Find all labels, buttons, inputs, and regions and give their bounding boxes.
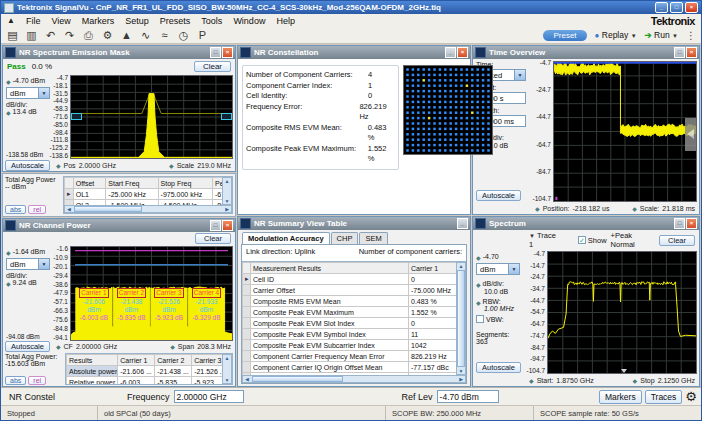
undo-icon[interactable]: ↶ bbox=[44, 29, 57, 41]
sem-ref-level[interactable]: -4.70 dBm bbox=[13, 77, 45, 84]
panel-restore-icon[interactable]: □ bbox=[210, 220, 221, 231]
sem-autoscale-button[interactable]: Autoscale bbox=[5, 160, 50, 171]
ref-lev-field[interactable]: -4.70 dBm bbox=[437, 390, 499, 403]
chp-clear-button[interactable]: Clear bbox=[195, 233, 231, 244]
table-row[interactable]: Composite RMS EVM Mean0.483 %0.546 % bbox=[243, 296, 457, 307]
menu-item-file[interactable]: File bbox=[26, 16, 41, 26]
sem-panel-titlebar[interactable]: NR Spectrum Emission Mask □× bbox=[3, 46, 235, 59]
summary-table-vscrollbar[interactable]: ▲▼ bbox=[456, 262, 466, 375]
print-icon[interactable]: ⎙ bbox=[82, 29, 95, 41]
panel-close-icon[interactable]: × bbox=[222, 47, 233, 58]
spectrum-autoscale-button[interactable]: Autoscale bbox=[476, 362, 521, 373]
trace-selector[interactable]: ▼ Trace 1 bbox=[529, 231, 560, 249]
column-header[interactable]: Carrier 3 bbox=[192, 355, 222, 366]
constellation-panel-titlebar[interactable]: NR Constellation _× bbox=[238, 46, 470, 59]
rbw-value[interactable]: 1.00 MHz bbox=[476, 305, 522, 312]
chp-dbdiv-value[interactable]: 9.24 dB bbox=[13, 279, 37, 286]
column-header[interactable]: Start Freq bbox=[106, 178, 158, 189]
summary-table-hscrollbar[interactable]: ◀▶ bbox=[242, 375, 466, 383]
spectrum-unit-dropdown[interactable]: dBm▼ bbox=[476, 263, 520, 275]
chp-panel-titlebar[interactable]: NR Channel Power □× bbox=[3, 219, 235, 232]
detector-label[interactable]: +Peak Normal bbox=[611, 231, 655, 249]
spectrum-panel-titlebar[interactable]: Spectrum □× bbox=[473, 217, 699, 230]
tab-modulation-accuracy[interactable]: Modulation Accuracy bbox=[242, 232, 330, 244]
run-button[interactable]: ➔ Run ▼ bbox=[645, 30, 678, 40]
panel-close-icon[interactable]: × bbox=[457, 47, 468, 58]
menu-item-view[interactable]: View bbox=[51, 16, 70, 26]
sem-scale-value[interactable]: 219.0 MHz bbox=[197, 162, 231, 169]
column-header[interactable]: Carrier 1 bbox=[118, 355, 155, 366]
menu-item-markers[interactable]: Markers bbox=[82, 16, 115, 26]
column-header[interactable]: Offset bbox=[73, 178, 106, 189]
tab-chp[interactable]: CHP bbox=[331, 232, 359, 244]
table-row[interactable]: Absolute power-21.606 ...-21.438 ...-21.… bbox=[67, 366, 223, 377]
sem-dbdiv-value[interactable]: 13.4 dB bbox=[13, 108, 37, 115]
table-row[interactable]: Component Carrier Frequency Mean Error82… bbox=[243, 351, 457, 362]
sem-unit-dropdown[interactable]: dBm▼ bbox=[6, 87, 50, 99]
menu-item-presets[interactable]: Presets bbox=[160, 16, 191, 26]
chp-abs-button[interactable]: abs bbox=[5, 376, 26, 385]
menu-item-setup[interactable]: Setup bbox=[125, 16, 149, 26]
save-icon[interactable]: ▥ bbox=[25, 29, 38, 41]
panel-close-icon[interactable]: × bbox=[686, 218, 697, 229]
menu-item-window[interactable]: Window bbox=[233, 16, 265, 26]
show-checkbox[interactable]: ✓Show bbox=[578, 236, 607, 245]
waveform-marker-icon[interactable]: ≈ bbox=[158, 29, 171, 41]
preset-p-icon[interactable]: P bbox=[196, 29, 209, 41]
agg-table-hscrollbar[interactable]: ◀▶ bbox=[64, 205, 232, 213]
overflow-menu-icon[interactable]: ⋮ bbox=[686, 30, 696, 41]
panel-minimize-icon[interactable]: _ bbox=[457, 218, 468, 229]
summary-panel-titlebar[interactable]: NR Summary View Table _ bbox=[238, 217, 470, 230]
column-header[interactable]: Stop Freq bbox=[158, 178, 212, 189]
table-row[interactable]: Relative power-6.003 ...-5.835 ...-5.923… bbox=[67, 377, 223, 385]
chp-table-vscrollbar[interactable]: ▲▼ bbox=[222, 354, 232, 384]
column-header[interactable]: Carrier 1 bbox=[409, 263, 457, 274]
sem-clear-button[interactable]: Clear bbox=[194, 61, 231, 72]
traces-button[interactable]: Traces bbox=[645, 390, 683, 404]
open-file-icon[interactable]: ▤ bbox=[6, 29, 19, 41]
table-row[interactable]: ▸Cell ID01 bbox=[243, 274, 457, 285]
table-row[interactable]: ▸OL1-25.000 kHz-975.000 kHz-67.98 dBm bbox=[65, 189, 223, 200]
preset-button[interactable]: Preset bbox=[543, 30, 586, 41]
panel-restore-icon[interactable]: □ bbox=[674, 218, 685, 229]
panel-minimize-icon[interactable]: _ bbox=[445, 47, 456, 58]
restore-icon[interactable]: □ bbox=[670, 2, 683, 13]
close-icon[interactable]: × bbox=[685, 2, 698, 13]
sem-pos-value[interactable]: 2.0000 GHz bbox=[79, 162, 116, 169]
waveform-icon[interactable]: ∿ bbox=[139, 29, 152, 41]
chp-span-value[interactable]: 208.3 MHz bbox=[197, 343, 231, 350]
chp-autoscale-button[interactable]: Autoscale bbox=[5, 341, 50, 352]
panel-close-icon[interactable]: × bbox=[222, 220, 233, 231]
panel-restore-icon[interactable]: □ bbox=[210, 47, 221, 58]
markers-button[interactable]: Markers bbox=[599, 390, 642, 404]
table-row[interactable]: Composite Peak EVM Maximum1.552 %8.622 % bbox=[243, 307, 457, 318]
spectrum-ref-level[interactable]: -4.70 bbox=[483, 253, 499, 260]
time-panel-titlebar[interactable]: Time Overview □× bbox=[473, 46, 699, 59]
table-row[interactable]: Composite Peak EVM Subcarrier Index10426… bbox=[243, 340, 457, 351]
column-header[interactable]: Results bbox=[67, 355, 118, 366]
replay-clock-icon[interactable]: ◷ bbox=[177, 29, 190, 41]
time-autoscale-button[interactable]: Autoscale bbox=[476, 190, 521, 201]
agg-abs-button[interactable]: abs bbox=[5, 205, 26, 214]
chp-rel-button[interactable]: rel bbox=[28, 376, 46, 385]
panel-restore-icon[interactable]: □ bbox=[674, 47, 685, 58]
redo-icon[interactable]: ↷ bbox=[63, 29, 76, 41]
menu-item-help[interactable]: Help bbox=[276, 16, 295, 26]
emission-mask-icon[interactable]: ▲ bbox=[120, 29, 133, 41]
table-row[interactable]: Composite Peak EVM Symbol Index1112 bbox=[243, 329, 457, 340]
time-scale-value[interactable]: 21.818 ms bbox=[662, 205, 695, 212]
tab-sem[interactable]: SEM bbox=[359, 232, 387, 244]
replay-button[interactable]: ● Replay ▼ bbox=[595, 30, 637, 40]
spectrum-dbdiv-value[interactable]: 10.0 dB bbox=[476, 288, 522, 295]
frequency-field[interactable]: 2.00000 GHz bbox=[174, 390, 244, 403]
column-header[interactable]: Peak Abs bbox=[213, 178, 222, 189]
spectrum-stop-value[interactable]: 2.1250 GHz bbox=[658, 377, 695, 384]
agg-rel-button[interactable]: rel bbox=[28, 205, 46, 214]
chp-unit-dropdown[interactable]: dBm▼ bbox=[6, 258, 50, 270]
table-row[interactable]: Carrier Offset-75.000 MHz-25.020 MHz bbox=[243, 285, 457, 296]
minimize-icon[interactable]: _ bbox=[655, 2, 668, 13]
table-row[interactable]: Composite Peak EVM Slot Index00 bbox=[243, 318, 457, 329]
column-header[interactable]: Measurement Results bbox=[251, 263, 409, 274]
time-position-value[interactable]: -218.182 us bbox=[572, 205, 609, 212]
agg-table-vscrollbar[interactable]: ▲▼ bbox=[222, 177, 232, 205]
